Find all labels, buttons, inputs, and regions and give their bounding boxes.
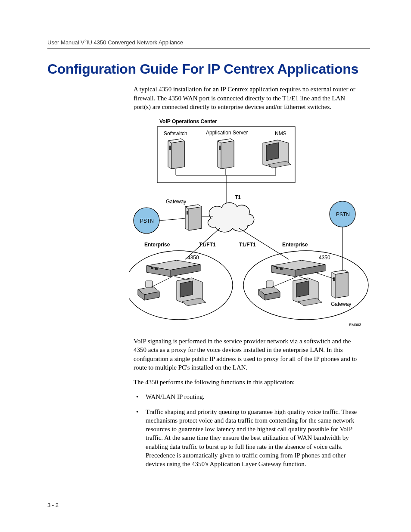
page-title: Configuration Guide For IP Centrex Appli… (47, 61, 370, 77)
cloud-icon (208, 203, 254, 232)
device-4350-left-icon (146, 260, 200, 277)
bullet-1: WAN/LAN IP routing. (134, 392, 362, 401)
phone-left-icon (138, 281, 159, 300)
intro-block: A typical 4350 installation for an IP Ce… (134, 85, 362, 111)
pc-left-icon (177, 278, 206, 306)
function-list: WAN/LAN IP routing. Traffic shaping and … (134, 392, 362, 468)
svg-rect-6 (187, 211, 188, 215)
pstn-left-label: PSTN (140, 218, 154, 224)
app-server-icon (218, 139, 234, 169)
svg-rect-12 (146, 281, 153, 288)
enterprise-right-label: Enterprise (282, 242, 308, 248)
t1-label: T1 (235, 194, 241, 200)
t1ft1-left-label: T1/FT1 (199, 242, 216, 248)
svg-rect-13 (266, 281, 273, 288)
para3: The 4350 performs the following function… (134, 378, 362, 386)
nms-label: NMS (275, 131, 286, 137)
page-number: 3 - 2 (47, 502, 59, 508)
app-server-label: Application Server (206, 130, 248, 136)
para2: VoIP signaling is performed in the servi… (134, 337, 362, 372)
network-diagram: VoIP Operations Center Softswitch Applic… (129, 117, 371, 333)
device-4350-right-icon (271, 260, 325, 277)
svg-line-15 (151, 277, 172, 287)
gateway-left-icon (185, 205, 202, 230)
pstn-right-label: PSTN (336, 212, 350, 218)
body-after-diagram: VoIP signaling is performed in the servi… (134, 337, 362, 468)
device-4350-right-label: 4350 (319, 255, 330, 261)
intro-paragraph: A typical 4350 installation for an IP Ce… (134, 85, 362, 111)
running-header: User Manual V2IU 4350 Converged Network … (47, 39, 370, 46)
nms-icon (263, 140, 291, 168)
bullet-2: Traffic shaping and priority queuing to … (134, 408, 362, 469)
softswitch-icon (168, 139, 184, 169)
svg-rect-1 (219, 146, 221, 150)
figure-id: EM003 (349, 323, 361, 327)
svg-rect-9 (155, 268, 158, 270)
svg-rect-10 (276, 267, 278, 269)
softswitch-label: Softswitch (164, 131, 187, 137)
phone-right-icon (258, 281, 280, 300)
pstn-left-line (159, 218, 185, 221)
svg-rect-0 (169, 146, 171, 150)
svg-rect-8 (151, 267, 153, 269)
device-4350-left-label: 4350 (187, 255, 199, 261)
running-head-prefix: User Manual V (47, 39, 84, 46)
svg-line-19 (314, 272, 334, 279)
gateway-label-left: Gateway (166, 199, 186, 205)
t1ft1-right-label: T1/FT1 (239, 242, 256, 248)
running-head-suffix: IU 4350 Converged Network Appliance (87, 39, 183, 46)
pc-right-icon (293, 278, 322, 306)
enterprise-left-label: Enterprise (144, 242, 170, 248)
voip-center-label: VoIP Operations Center (159, 118, 217, 124)
header-rule (47, 48, 370, 49)
gateway-right-icon (332, 270, 348, 298)
svg-rect-14 (333, 277, 335, 281)
svg-rect-11 (280, 268, 283, 270)
gateway-label-right: Gateway (331, 301, 351, 307)
svg-line-16 (174, 277, 190, 280)
